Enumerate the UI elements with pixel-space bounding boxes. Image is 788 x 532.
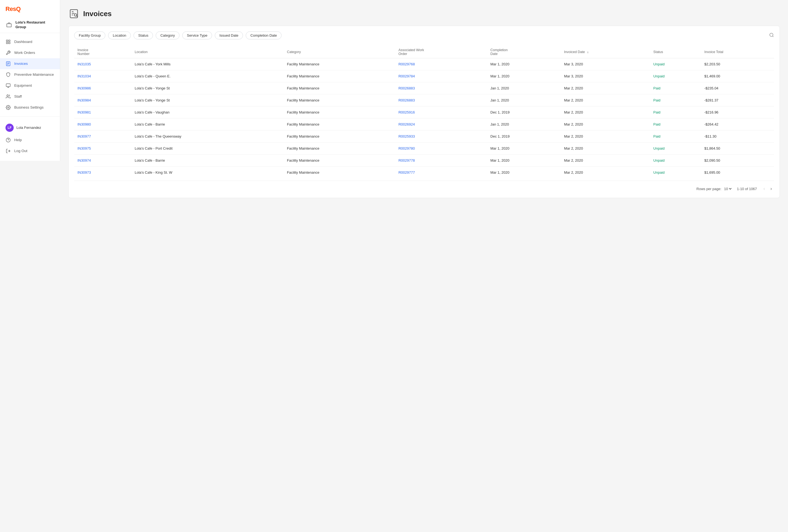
sidebar-item-logout[interactable]: Log Out <box>0 145 60 157</box>
status-badge: Paid <box>653 122 661 126</box>
cell-completion-date: Mar 1, 2020 <box>487 70 560 82</box>
work-order-link[interactable]: R0029768 <box>398 62 415 66</box>
cell-invoice: IN30984 <box>74 94 131 106</box>
cell-status: Unpaid <box>650 155 701 167</box>
cell-status: Unpaid <box>650 167 701 179</box>
work-order-link[interactable]: R0029784 <box>398 74 415 78</box>
invoice-link[interactable]: IN30975 <box>77 146 91 150</box>
invoice-link[interactable]: IN30981 <box>77 110 91 114</box>
cell-total: -$11.30 <box>701 130 774 143</box>
status-badge: Paid <box>653 98 661 102</box>
invoice-link[interactable]: IN30977 <box>77 134 91 138</box>
sidebar-item-preventive-maintenance[interactable]: Preventive Maintenance <box>0 69 60 80</box>
cell-location: Lola's Cafe - Barrie <box>131 119 284 130</box>
table-row: IN30973 Lola's Cafe - King St. W Facilit… <box>74 167 774 179</box>
next-page-button[interactable]: › <box>768 185 774 192</box>
work-order-link[interactable]: R0026883 <box>398 86 415 90</box>
svg-rect-6 <box>9 42 10 43</box>
work-order-link[interactable]: R0026883 <box>398 98 415 102</box>
org-selector[interactable]: Lola's Restaurant Group <box>0 17 60 33</box>
svg-rect-4 <box>9 40 10 41</box>
status-badge: Unpaid <box>653 74 665 78</box>
cell-location: Lola's Cafe - Barrie <box>131 155 284 167</box>
cell-category: Facility Maintenance <box>284 106 395 119</box>
svg-rect-5 <box>6 42 8 43</box>
svg-rect-0 <box>7 24 12 27</box>
invoice-link[interactable]: IN30986 <box>77 86 91 90</box>
invoice-link[interactable]: IN31035 <box>77 62 91 66</box>
sidebar-item-help[interactable]: Help <box>0 135 60 145</box>
cell-location: Lola's Cafe - Queen E. <box>131 70 284 82</box>
cell-total: $1,864.50 <box>701 143 774 155</box>
cell-invoice: IN30986 <box>74 82 131 94</box>
sidebar-item-label: Log Out <box>14 149 27 153</box>
sidebar: ResQ Lola's Restaurant Group D <box>0 0 60 532</box>
work-order-link[interactable]: R0029777 <box>398 170 415 175</box>
search-button[interactable] <box>769 33 774 38</box>
sidebar-bottom: LF Lola Fernandez Help <box>0 116 60 161</box>
cell-category: Facility Maintenance <box>284 58 395 70</box>
cell-invoice: IN30981 <box>74 106 131 119</box>
work-order-link[interactable]: R0026924 <box>398 122 415 126</box>
cell-status: Paid <box>650 94 701 106</box>
sidebar-item-business-settings[interactable]: Business Settings <box>0 102 60 113</box>
filter-status[interactable]: Status <box>134 32 153 39</box>
cell-completion-date: Dec 1, 2019 <box>487 106 560 119</box>
cell-total: $1,469.00 <box>701 70 774 82</box>
cell-category: Facility Maintenance <box>284 130 395 143</box>
filter-service-type[interactable]: Service Type <box>182 32 212 39</box>
sidebar-item-staff[interactable]: Staff <box>0 91 60 102</box>
sidebar-item-dashboard[interactable]: Dashboard <box>0 36 60 47</box>
cell-invoiced-date: Mar 2, 2020 <box>560 94 650 106</box>
sidebar-item-work-orders[interactable]: Work Orders <box>0 47 60 58</box>
cell-location: Lola's Cafe - Yonge St <box>131 82 284 94</box>
rows-per-page: Rows per page: 10 25 50 <box>696 187 732 191</box>
cell-completion-date: Mar 1, 2020 <box>487 58 560 70</box>
status-badge: Unpaid <box>653 146 665 150</box>
invoice-link[interactable]: IN31034 <box>77 74 91 78</box>
invoice-link[interactable]: IN30973 <box>77 170 91 175</box>
cell-status: Unpaid <box>650 58 701 70</box>
cell-invoiced-date: Mar 2, 2020 <box>560 167 650 179</box>
brand-name: ResQ <box>5 5 21 12</box>
work-order-link[interactable]: R0029780 <box>398 146 415 150</box>
sidebar-item-equipment[interactable]: Equipment <box>0 80 60 91</box>
cell-location: Lola's Cafe - Yonge St <box>131 94 284 106</box>
svg-point-14 <box>7 95 8 96</box>
col-location: Location <box>131 46 284 58</box>
sidebar-item-label: Equipment <box>14 83 32 87</box>
work-order-link[interactable]: R0025916 <box>398 110 415 114</box>
table-row: IN30975 Lola's Cafe - Port Credit Facili… <box>74 143 774 155</box>
table-row: IN30981 Lola's Cafe - Vaughan Facility M… <box>74 106 774 119</box>
sidebar-item-label: Work Orders <box>14 50 35 55</box>
status-badge: Unpaid <box>653 62 665 66</box>
sidebar-item-invoices[interactable]: Invoices <box>0 58 60 69</box>
staff-icon <box>5 94 11 99</box>
filter-issued-date[interactable]: Issued Date <box>215 32 243 39</box>
user-profile[interactable]: LF Lola Fernandez <box>0 121 60 135</box>
cell-location: Lola's Cafe - York Mills <box>131 58 284 70</box>
work-order-link[interactable]: R0025933 <box>398 134 415 138</box>
rows-per-page-select[interactable]: 10 25 50 <box>723 187 732 191</box>
cell-completion-date: Jan 1, 2020 <box>487 82 560 94</box>
svg-rect-11 <box>6 84 11 87</box>
invoice-link[interactable]: IN30974 <box>77 158 91 162</box>
cell-category: Facility Maintenance <box>284 155 395 167</box>
cell-invoiced-date: Mar 2, 2020 <box>560 106 650 119</box>
filter-category[interactable]: Category <box>156 32 179 39</box>
filter-completion-date[interactable]: Completion Date <box>246 32 281 39</box>
svg-point-15 <box>8 107 9 108</box>
col-invoiced-date[interactable]: Invoiced Date ↓ <box>560 46 650 58</box>
invoice-link[interactable]: IN30980 <box>77 122 91 126</box>
prev-page-button[interactable]: ‹ <box>761 185 767 192</box>
filter-location[interactable]: Location <box>108 32 131 39</box>
col-completion-date[interactable]: CompletionDate <box>487 46 560 58</box>
cell-invoice: IN30975 <box>74 143 131 155</box>
invoice-link[interactable]: IN30984 <box>77 98 91 102</box>
filter-facility-group[interactable]: Facility Group <box>74 32 105 39</box>
work-order-link[interactable]: R0029778 <box>398 158 415 162</box>
table-row: IN30977 Lola's Cafe - The Queensway Faci… <box>74 130 774 143</box>
cell-work-order: R0029768 <box>395 58 487 70</box>
status-badge: Unpaid <box>653 158 665 162</box>
cell-invoice: IN30980 <box>74 119 131 130</box>
